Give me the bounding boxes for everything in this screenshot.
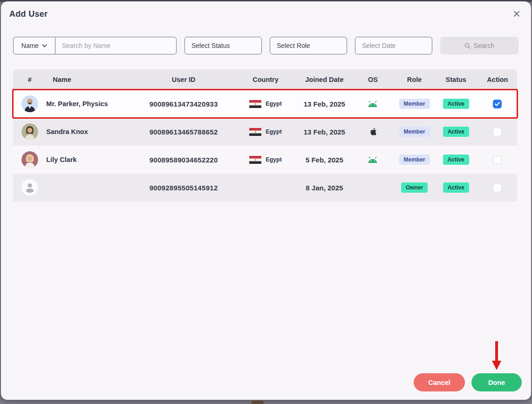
user-id: 90089589034652220 [134, 156, 233, 164]
role-select[interactable]: Select Role [270, 37, 347, 54]
status-badge: Active [443, 155, 469, 165]
avatar-cell [13, 95, 46, 112]
status-cell: Active [434, 99, 478, 109]
role-badge: Member [399, 127, 430, 137]
table-body: Mr. Parker, Physics 90089613473420933 Eg… [13, 90, 517, 202]
avatar [21, 123, 38, 140]
avatar-cell [13, 151, 46, 168]
red-arrow-annotation [491, 340, 502, 371]
status-badge: Active [443, 182, 469, 193]
table-row[interactable]: Mr. Parker, Physics 90089613473420933 Eg… [13, 90, 517, 118]
table-row[interactable]: Lily Clark 90089589034652220 Egypt 5 Feb… [13, 146, 517, 174]
header-index: # [13, 76, 46, 83]
joined-date: 13 Feb, 2025 [298, 128, 351, 136]
status-cell: Active [434, 127, 478, 137]
egypt-flag-icon [249, 156, 261, 164]
table-row[interactable]: 90092895505145912 8 Jan, 2025 Owner Acti… [13, 174, 517, 202]
egypt-flag-icon [249, 128, 261, 136]
table-row[interactable]: Sandra Knox 90089613465788652 Egypt 13 F… [13, 118, 517, 146]
country-cell: Egypt [233, 100, 298, 108]
joined-date: 5 Feb, 2025 [298, 156, 351, 164]
done-button[interactable]: Done [471, 373, 522, 391]
role-cell: Member [395, 155, 434, 165]
egypt-flag-icon [249, 100, 261, 108]
row-checkbox[interactable] [493, 155, 502, 164]
cancel-button[interactable]: Cancel [414, 373, 465, 391]
country-cell: Egypt [233, 156, 298, 164]
modal-footer: Cancel Done [414, 373, 522, 391]
add-user-modal: Add User × Name Select Status Select Rol… [1, 1, 531, 400]
filter-bar: Name Select Status Select Role Select Da… [13, 37, 519, 54]
user-id: 90092895505145912 [134, 184, 233, 192]
country-cell: Egypt [233, 128, 298, 136]
table-header-row: # Name User ID Country Joined Date OS Ro… [13, 69, 517, 90]
header-os: OS [351, 76, 395, 83]
role-badge: Member [399, 99, 430, 109]
role-cell: Owner [395, 182, 434, 193]
status-cell: Active [434, 182, 478, 193]
user-id: 90089613465788652 [134, 128, 233, 136]
row-checkbox[interactable] [493, 183, 502, 192]
action-cell [478, 128, 517, 136]
header-name: Name [46, 76, 134, 83]
search-by-name-input[interactable] [55, 42, 176, 49]
avatar [21, 179, 38, 196]
role-cell: Member [395, 127, 434, 137]
check-icon [495, 102, 500, 106]
status-cell: Active [434, 155, 478, 165]
user-name: Mr. Parker, Physics [46, 100, 134, 108]
android-icon [367, 156, 378, 163]
date-select-placeholder: Select Date [362, 42, 396, 49]
action-cell [478, 155, 517, 164]
header-status: Status [434, 76, 478, 83]
joined-date: 13 Feb, 2025 [298, 100, 351, 108]
user-name: Sandra Knox [46, 128, 134, 135]
joined-date: 8 Jan, 2025 [298, 184, 351, 192]
country-label: Egypt [266, 156, 282, 163]
row-checkbox[interactable] [493, 100, 502, 108]
search-button-label: Search [474, 42, 494, 49]
close-icon[interactable]: × [509, 6, 525, 22]
background-page-fragment [252, 401, 264, 404]
users-table: # Name User ID Country Joined Date OS Ro… [13, 69, 517, 202]
header-action: Action [478, 76, 517, 83]
name-dropdown-label: Name [21, 42, 39, 49]
status-select[interactable]: Select Status [184, 37, 262, 54]
os-cell [351, 101, 395, 108]
status-badge: Active [443, 127, 469, 137]
name-search-combo: Name [13, 37, 177, 54]
role-badge: Member [399, 155, 430, 165]
apple-icon [368, 127, 377, 137]
header-country: Country [233, 76, 298, 83]
action-cell [478, 100, 517, 108]
user-id: 90089613473420933 [134, 100, 233, 108]
page-backdrop-bottom [0, 400, 532, 404]
country-label: Egypt [266, 128, 282, 135]
search-button[interactable]: Search [440, 37, 518, 54]
role-cell: Member [395, 99, 434, 109]
search-icon [464, 43, 471, 49]
avatar-cell [13, 179, 46, 196]
action-cell [478, 183, 517, 192]
avatar [21, 95, 38, 112]
os-cell [351, 156, 395, 163]
role-badge: Owner [401, 182, 428, 193]
avatar-cell [13, 123, 46, 140]
header-role: Role [395, 76, 434, 83]
android-icon [367, 101, 378, 108]
row-checkbox[interactable] [493, 128, 502, 136]
role-select-value: Select Role [277, 42, 310, 49]
os-cell [351, 127, 395, 137]
name-field-dropdown[interactable]: Name [14, 37, 55, 54]
status-select-value: Select Status [191, 42, 230, 49]
chevron-down-icon [42, 44, 47, 47]
user-name: Lily Clark [46, 156, 134, 163]
country-label: Egypt [266, 101, 282, 107]
header-joined: Joined Date [298, 76, 351, 83]
date-select[interactable]: Select Date [355, 37, 432, 54]
header-userid: User ID [134, 76, 233, 83]
avatar [21, 151, 38, 168]
status-badge: Active [443, 99, 469, 109]
modal-title: Add User [9, 9, 48, 19]
